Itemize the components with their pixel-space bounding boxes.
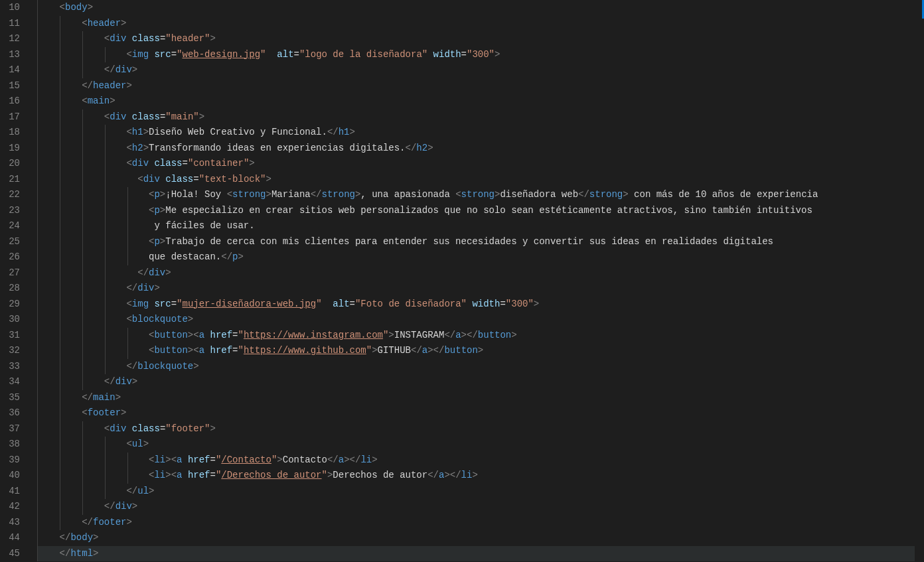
token-br: >	[266, 174, 271, 184]
code-line[interactable]: </div>	[37, 499, 924, 515]
indent-guide	[82, 141, 83, 157]
line-number: 10	[0, 0, 32, 16]
code-line[interactable]: </body>	[37, 530, 924, 546]
indent-guide	[105, 187, 106, 203]
line-number: 13	[0, 47, 32, 63]
code-line[interactable]: <img src="mujer-diseñadora-web.jpg" alt=…	[37, 297, 924, 313]
code-line[interactable]: </div>	[37, 265, 924, 281]
token-br: >	[511, 330, 516, 340]
code-line[interactable]: <div class="header">	[37, 31, 924, 47]
token-txt: =	[182, 158, 187, 169]
code-line[interactable]: y fáciles de usar.	[37, 218, 924, 234]
indent-guide	[127, 203, 128, 219]
token-txt	[160, 174, 165, 184]
code-area[interactable]: <body> <header> <div class="header"> <im…	[32, 0, 924, 562]
token-br: >	[427, 345, 433, 356]
token-txt	[322, 299, 333, 309]
code-line[interactable]: <blockquote>	[37, 312, 924, 328]
code-line[interactable]: <img src="web-design.jpg" alt="logo de l…	[37, 47, 924, 63]
code-line[interactable]: <header>	[37, 16, 924, 32]
code-line[interactable]: <p>¡Hola! Soy <strong>Mariana</strong>, …	[37, 187, 924, 203]
token-br: >	[277, 455, 282, 465]
token-br: </	[327, 455, 339, 465]
token-txt: =	[210, 470, 215, 480]
indent-guide	[60, 249, 60, 265]
token-br: >	[110, 96, 115, 106]
line-number: 19	[0, 141, 32, 157]
indent-guide	[60, 78, 60, 94]
code-line[interactable]: </header>	[37, 78, 924, 94]
token-tag: li	[360, 455, 372, 465]
line-number: 28	[0, 281, 32, 297]
code-line[interactable]: </footer>	[37, 515, 924, 531]
indent-guide	[105, 265, 106, 281]
code-line[interactable]: <ul>	[37, 437, 924, 453]
token-tag: div	[132, 158, 149, 169]
indent-guide	[105, 125, 106, 141]
indent-guide	[105, 359, 106, 375]
token-br: >	[126, 517, 131, 527]
token-str: "header"	[165, 33, 210, 44]
token-br: >	[193, 361, 198, 372]
token-str: "	[238, 345, 244, 356]
token-tag: h1	[132, 127, 143, 137]
indent-guide	[37, 172, 38, 188]
token-tag: a	[199, 330, 204, 340]
line-number: 24	[0, 218, 32, 234]
indent-guide	[37, 156, 38, 172]
code-line[interactable]: <div class="main">	[37, 109, 924, 125]
code-line[interactable]: </blockquote>	[37, 359, 924, 375]
code-line[interactable]: <div class="footer">	[37, 421, 924, 437]
indent-guide	[37, 343, 38, 359]
token-br: <	[126, 127, 131, 137]
code-line[interactable]: <li><a href="/Contacto">Contacto</a></li…	[37, 453, 924, 468]
indent-guide	[82, 31, 83, 47]
code-line[interactable]: <button><a href="https://www.instagram.c…	[37, 328, 924, 344]
line-number: 25	[0, 234, 32, 250]
token-tag: button	[154, 345, 187, 356]
indent-guide	[37, 141, 38, 157]
token-br: >	[350, 127, 355, 137]
token-attr: src	[154, 299, 171, 309]
token-br: <	[82, 18, 87, 29]
code-editor[interactable]: 1011121314151617181920212223242526272829…	[0, 0, 924, 562]
token-br: >	[121, 407, 126, 418]
code-line[interactable]: <body>	[37, 0, 924, 16]
token-txt: Diseño Web Creativo y Funcional.	[149, 127, 327, 137]
token-br: >	[143, 143, 149, 153]
code-line[interactable]: <footer>	[37, 405, 924, 421]
indent-guide	[82, 421, 83, 437]
indent-guide	[60, 187, 60, 203]
code-line[interactable]: <h1>Diseño Web Creativo y Funcional.</h1…	[37, 125, 924, 141]
code-line[interactable]: <main>	[37, 94, 924, 109]
token-tag: a	[339, 455, 344, 465]
code-line[interactable]: <h2>Transformando ideas en experiencias …	[37, 141, 924, 157]
code-line[interactable]: <div class="container">	[37, 156, 924, 172]
line-number: 32	[0, 343, 32, 359]
token-br: >	[427, 143, 433, 153]
indent-guide	[60, 421, 60, 437]
token-link: /Derechos de autor	[221, 470, 321, 480]
token-attr: class	[165, 174, 193, 184]
code-line[interactable]: </div>	[37, 62, 924, 78]
vertical-scrollbar[interactable]	[915, 0, 924, 562]
code-line[interactable]: <li><a href="/Derechos de autor">Derecho…	[37, 468, 924, 484]
token-tag: div	[116, 501, 132, 512]
code-line[interactable]: </html>	[37, 546, 924, 562]
token-tag: h2	[416, 143, 427, 153]
code-line[interactable]: </main>	[37, 390, 924, 406]
code-line[interactable]: </div>	[37, 374, 924, 390]
token-br: <	[82, 96, 87, 106]
code-line[interactable]: <button><a href="https://www.github.com"…	[37, 343, 924, 359]
code-line[interactable]: que destacan.</p>	[37, 249, 924, 265]
indent-guide	[127, 328, 128, 344]
token-tag: li	[154, 470, 165, 480]
code-line[interactable]: </div>	[37, 281, 924, 297]
indent-guide	[37, 218, 38, 234]
code-line[interactable]: <p>Trabajo de cerca con mis clientes par…	[37, 234, 924, 250]
line-number: 43	[0, 515, 32, 531]
token-br: <	[137, 174, 143, 184]
code-line[interactable]: <p>Me especializo en crear sitios web pe…	[37, 203, 924, 219]
code-line[interactable]: </ul>	[37, 484, 924, 500]
code-line[interactable]: <div class="text-block">	[37, 172, 924, 188]
